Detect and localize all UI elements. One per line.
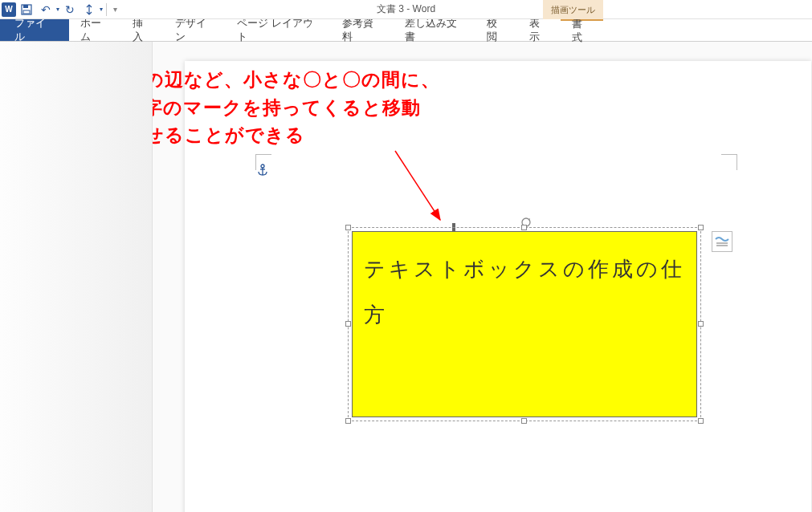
resize-handle-middle-left[interactable] [345,321,351,327]
page-container: この辺など、小さな〇と〇の間に、 十字のマークを持ってくると移動 させることがで… [153,42,812,512]
word-app-icon[interactable]: W [2,2,16,17]
ribbon-tabs: ファイル ホーム 挿入 デザイン ページ レイアウト 参考資料 差し込み文書 校… [0,19,812,42]
document-title: 文書 3 - Word [377,2,435,16]
tab-view[interactable]: 表示 [518,19,561,41]
resize-handle-bottom-middle[interactable] [521,418,527,424]
annotation-line-2: 十字のマークを持ってくると移動 [153,97,421,118]
resize-handle-middle-right[interactable] [698,321,704,327]
tab-page-layout[interactable]: ページ レイアウト [226,19,331,41]
resize-handle-top-right[interactable] [698,225,704,230]
undo-button[interactable]: ↶ [37,1,55,18]
tab-insert[interactable]: 挿入 [121,19,164,41]
document-area: この辺など、小さな〇と〇の間に、 十字のマークを持ってくると移動 させることがで… [0,42,812,512]
anchor-icon [257,164,268,179]
tab-home[interactable]: ホーム [69,19,121,41]
document-page[interactable]: この辺など、小さな〇と〇の間に、 十字のマークを持ってくると移動 させることがで… [185,61,811,512]
textbox[interactable]: テキストボックスの作成の仕方 [352,231,697,417]
annotation-line-3: させることができる [153,124,305,145]
quick-access-toolbar: W ↶ ▾ ↻ ▾ ▾ [0,1,120,18]
contextual-tab-group-drawing-tools: 描画ツール [543,0,603,19]
svg-rect-1 [23,5,28,8]
tab-review[interactable]: 校閲 [475,19,518,41]
titlebar: W ↶ ▾ ↻ ▾ ▾ 文書 3 - Word 描画ツール [0,0,812,19]
tab-references[interactable]: 参考資料 [331,19,394,41]
layout-options-button[interactable] [712,231,732,252]
resize-handle-top-middle[interactable] [521,225,527,230]
qat-customize-dropdown[interactable]: ▾ [110,5,120,14]
touch-mode-button[interactable] [80,1,98,18]
svg-point-5 [261,165,264,168]
annotation-line-1: この辺など、小さな〇と〇の間に、 [153,69,440,90]
resize-handle-bottom-left[interactable] [345,418,351,424]
tab-mailings[interactable]: 差し込み文書 [394,19,476,41]
left-panel [0,42,153,512]
tab-format[interactable]: 書式 [561,19,603,41]
tab-file[interactable]: ファイル [0,19,69,41]
tab-design[interactable]: デザイン [164,19,226,41]
margin-corner-top-right [721,154,737,170]
qat-separator [106,3,107,16]
resize-handle-top-left[interactable] [345,225,351,230]
save-button[interactable] [18,1,35,18]
svg-line-4 [395,151,440,220]
svg-rect-2 [23,10,30,14]
annotation-text: この辺など、小さな〇と〇の間に、 十字のマークを持ってくると移動 させることがで… [153,66,440,149]
resize-handle-bottom-right[interactable] [698,418,704,424]
textbox-wrapper: テキストボックスの作成の仕方 [352,231,697,417]
redo-button[interactable]: ↻ [61,1,79,18]
